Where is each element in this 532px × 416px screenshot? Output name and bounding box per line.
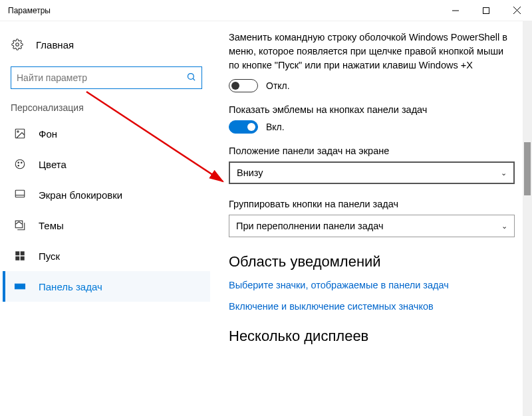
themes-icon bbox=[13, 219, 27, 231]
svg-rect-18 bbox=[15, 257, 19, 260]
svg-point-11 bbox=[21, 162, 23, 163]
position-label: Положение панели задач на экране bbox=[229, 146, 528, 156]
sidebar-item-lockscreen[interactable]: Экран блокировки bbox=[3, 179, 210, 210]
link-system-icons[interactable]: Включение и выключение системных значков bbox=[229, 301, 528, 312]
svg-rect-1 bbox=[483, 7, 489, 13]
taskbar-icon bbox=[13, 280, 27, 292]
palette-icon bbox=[13, 158, 27, 170]
home-label: Главная bbox=[36, 39, 74, 51]
sidebar-item-label: Цвета bbox=[39, 159, 66, 170]
position-dropdown[interactable]: Внизу ⌄ bbox=[229, 161, 515, 184]
sidebar-item-label: Панель задач bbox=[39, 281, 102, 292]
lockscreen-icon bbox=[13, 189, 27, 201]
powershell-toggle[interactable] bbox=[229, 79, 258, 92]
svg-point-5 bbox=[188, 74, 194, 80]
svg-point-4 bbox=[16, 43, 19, 47]
link-select-icons[interactable]: Выберите значки, отображаемые в панели з… bbox=[229, 280, 528, 290]
svg-point-8 bbox=[17, 131, 19, 132]
vertical-scrollbar[interactable] bbox=[523, 21, 532, 416]
sidebar-item-start[interactable]: Пуск bbox=[3, 241, 210, 271]
sidebar-item-label: Экран блокировки bbox=[39, 189, 122, 201]
toggle-off-label: Откл. bbox=[266, 80, 290, 91]
window-title: Параметры bbox=[8, 6, 51, 15]
gear-icon bbox=[11, 39, 24, 51]
scrollbar-thumb[interactable] bbox=[524, 142, 531, 195]
group-value: При переполнении панели задач bbox=[236, 221, 384, 231]
svg-rect-16 bbox=[15, 251, 19, 255]
window-buttons bbox=[440, 0, 532, 21]
svg-rect-13 bbox=[15, 190, 25, 197]
sidebar-item-background[interactable]: Фон bbox=[3, 118, 210, 149]
search-box[interactable] bbox=[11, 66, 202, 89]
svg-point-12 bbox=[18, 165, 19, 167]
sidebar-item-label: Пуск bbox=[39, 251, 60, 262]
minimize-button[interactable] bbox=[440, 0, 471, 21]
chevron-down-icon: ⌄ bbox=[501, 222, 507, 231]
svg-rect-19 bbox=[21, 257, 25, 260]
group-label: Группировать кнопки на панели задач bbox=[229, 199, 528, 209]
sidebar-item-colors[interactable]: Цвета bbox=[3, 149, 210, 179]
sidebar: Главная Персонализация Фон Цвета Э bbox=[0, 21, 213, 416]
content-area: Заменить командную строку оболочкой Wind… bbox=[213, 21, 532, 416]
svg-rect-20 bbox=[15, 284, 25, 289]
sidebar-item-label: Фон bbox=[39, 128, 57, 140]
powershell-description: Заменить командную строку оболочкой Wind… bbox=[229, 31, 515, 72]
sidebar-item-label: Темы bbox=[39, 220, 64, 231]
start-icon bbox=[13, 250, 27, 262]
search-icon bbox=[186, 72, 196, 84]
sidebar-item-taskbar[interactable]: Панель задач bbox=[3, 271, 210, 302]
badges-label: Показать эмблемы на кнопках панели задач bbox=[229, 104, 528, 115]
maximize-button[interactable] bbox=[471, 0, 501, 21]
multiple-displays-heading: Несколько дисплеев bbox=[229, 328, 528, 345]
close-button[interactable] bbox=[501, 0, 532, 21]
image-icon bbox=[13, 128, 27, 140]
svg-point-10 bbox=[18, 162, 19, 163]
group-dropdown[interactable]: При переполнении панели задач ⌄ bbox=[229, 215, 515, 237]
titlebar: Параметры bbox=[0, 0, 532, 21]
home-row[interactable]: Главная bbox=[3, 33, 210, 56]
notification-area-heading: Область уведомлений bbox=[229, 253, 528, 270]
svg-point-9 bbox=[15, 159, 25, 169]
category-label: Персонализация bbox=[3, 102, 210, 118]
toggle-on-label: Вкл. bbox=[266, 122, 285, 132]
chevron-down-icon: ⌄ bbox=[501, 169, 507, 177]
svg-rect-17 bbox=[21, 251, 25, 255]
badges-toggle[interactable] bbox=[229, 120, 258, 134]
position-value: Внизу bbox=[237, 167, 263, 178]
search-input[interactable] bbox=[17, 72, 186, 83]
sidebar-item-themes[interactable]: Темы bbox=[3, 210, 210, 241]
svg-line-6 bbox=[193, 78, 195, 80]
